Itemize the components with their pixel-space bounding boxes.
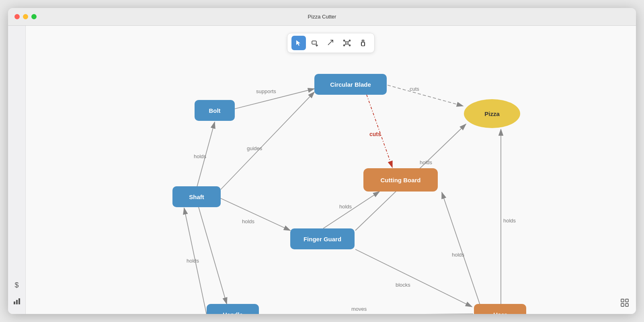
svg-rect-2 bbox=[18, 298, 20, 304]
node-cutting-board[interactable]: Cutting Board bbox=[363, 168, 438, 192]
titlebar: Pizza Cutter bbox=[8, 8, 636, 26]
close-button[interactable] bbox=[14, 14, 20, 19]
svg-point-11 bbox=[349, 45, 351, 46]
svg-line-27 bbox=[199, 207, 227, 304]
svg-line-14 bbox=[345, 44, 347, 45]
layout-tool[interactable] bbox=[340, 36, 354, 50]
sidebar-icon-dollar[interactable]: $ bbox=[10, 279, 23, 291]
node-pizza[interactable]: Pizza bbox=[464, 99, 520, 128]
svg-text:holds: holds bbox=[242, 218, 255, 224]
traffic-lights bbox=[14, 14, 37, 19]
content-area: $ bbox=[8, 26, 636, 314]
svg-text:holds: holds bbox=[503, 218, 516, 224]
svg-line-12 bbox=[345, 41, 347, 42]
svg-point-9 bbox=[349, 40, 351, 41]
svg-line-43 bbox=[355, 249, 472, 307]
window-title: Pizza Cutter bbox=[308, 14, 336, 20]
svg-line-25 bbox=[221, 198, 290, 230]
svg-text:holds: holds bbox=[339, 204, 352, 210]
svg-line-41 bbox=[442, 192, 480, 305]
sidebar: $ bbox=[8, 26, 26, 314]
maximize-button[interactable] bbox=[31, 14, 37, 19]
node-shaft[interactable]: Shaft bbox=[172, 186, 221, 207]
connect-tool[interactable] bbox=[324, 36, 338, 50]
svg-text:holds: holds bbox=[420, 159, 433, 165]
svg-text:holds: holds bbox=[187, 258, 199, 264]
svg-rect-1 bbox=[16, 300, 18, 304]
svg-text:holds: holds bbox=[194, 153, 207, 159]
diagram-svg: holds guides supports holds holds cuts bbox=[26, 26, 636, 314]
svg-rect-46 bbox=[621, 299, 624, 302]
svg-text:supports: supports bbox=[256, 88, 276, 94]
svg-text:guides: guides bbox=[247, 145, 263, 151]
svg-rect-0 bbox=[14, 302, 15, 304]
svg-rect-48 bbox=[621, 304, 624, 306]
add-node-tool[interactable] bbox=[308, 36, 322, 50]
svg-text:cuts: cuts bbox=[410, 86, 419, 92]
node-bolt[interactable]: Bolt bbox=[195, 100, 235, 121]
app-window: Pizza Cutter $ bbox=[8, 8, 636, 314]
node-handle[interactable]: Handle bbox=[207, 304, 259, 314]
svg-line-33 bbox=[323, 192, 379, 228]
svg-point-8 bbox=[344, 40, 345, 41]
svg-text:moves: moves bbox=[351, 306, 367, 312]
node-user[interactable]: User bbox=[474, 304, 526, 314]
pan-tool[interactable] bbox=[356, 36, 370, 50]
svg-text:cuts: cuts bbox=[369, 131, 381, 137]
svg-point-10 bbox=[344, 45, 345, 46]
svg-text:holds: holds bbox=[452, 252, 465, 258]
svg-text:blocks: blocks bbox=[396, 282, 410, 288]
minimize-button[interactable] bbox=[23, 14, 28, 19]
svg-line-6 bbox=[328, 40, 333, 45]
svg-line-29 bbox=[388, 85, 463, 106]
svg-rect-3 bbox=[312, 41, 316, 44]
canvas-area: holds guides supports holds holds cuts bbox=[26, 26, 636, 314]
svg-rect-49 bbox=[626, 304, 628, 306]
node-circular-blade[interactable]: Circular Blade bbox=[314, 74, 387, 95]
svg-line-13 bbox=[348, 41, 349, 42]
svg-rect-47 bbox=[626, 299, 628, 302]
node-finger-guard[interactable]: Finger Guard bbox=[290, 228, 355, 249]
toolbar bbox=[287, 33, 375, 53]
sidebar-icon-chart[interactable] bbox=[10, 295, 23, 308]
fit-view-button[interactable] bbox=[618, 296, 631, 309]
select-tool[interactable] bbox=[291, 36, 306, 50]
svg-line-15 bbox=[348, 44, 349, 45]
